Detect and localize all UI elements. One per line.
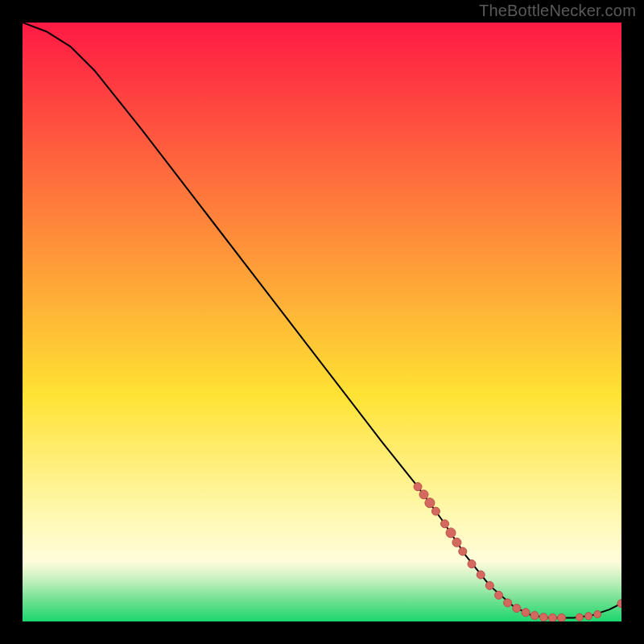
data-marker	[446, 528, 456, 538]
plot-area	[23, 23, 621, 621]
data-marker	[539, 613, 547, 621]
data-marker	[495, 591, 503, 599]
data-marker	[459, 547, 467, 555]
data-marker	[585, 613, 592, 620]
data-marker	[594, 611, 601, 618]
attribution-label: TheBottleNecker.com	[479, 2, 636, 20]
data-marker	[530, 612, 539, 620]
chart-container: TheBottleNecker.com	[0, 0, 644, 644]
data-marker	[576, 613, 583, 621]
data-marker	[419, 490, 428, 499]
curve-layer	[23, 23, 621, 621]
bottleneck-curve	[23, 23, 621, 618]
data-marker	[425, 498, 435, 508]
data-marker	[513, 605, 521, 613]
data-marker	[468, 560, 476, 568]
data-marker	[558, 614, 566, 622]
data-marker	[548, 614, 556, 622]
data-marker	[477, 571, 485, 579]
marker-group	[414, 483, 621, 621]
data-marker	[522, 609, 530, 617]
data-marker	[617, 600, 621, 608]
data-marker	[441, 520, 449, 528]
data-marker	[485, 581, 493, 589]
data-marker	[414, 483, 422, 491]
data-marker	[452, 538, 461, 547]
data-marker	[504, 599, 512, 607]
data-marker	[431, 507, 440, 515]
